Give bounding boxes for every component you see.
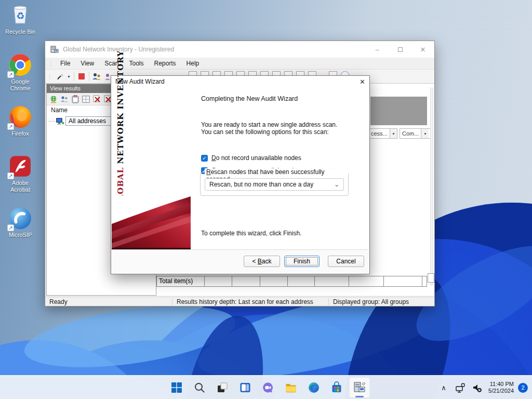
new-scan-wizard-button[interactable] — [54, 71, 65, 82]
menubar-grip: ⋮ — [45, 61, 55, 66]
wizard-wand-icon — [56, 72, 64, 81]
computer-node-icon — [55, 117, 64, 125]
desktop-icon-adobe-acrobat[interactable]: ↗ Adobe Acrobat — [2, 154, 38, 193]
shortcut-arrow-icon: ↗ — [7, 123, 14, 130]
rescan-mode-select[interactable]: Rescan, but no more than once a day ⌄ — [205, 178, 344, 191]
rescan-mode-value: Rescan, but no more than once a day — [209, 181, 313, 188]
shortcut-arrow-icon: ↗ — [7, 172, 14, 179]
total-cell — [288, 276, 315, 286]
menu-view[interactable]: View — [75, 59, 99, 68]
caret-down-icon: ▼ — [67, 75, 71, 78]
shortcut-arrow-icon: ↗ — [7, 224, 14, 231]
desktop-icon-label: Firefox — [2, 130, 38, 137]
status-group: Displayed group: All groups — [329, 298, 434, 305]
wizard-close-button[interactable]: ✕ — [360, 78, 365, 86]
total-cell — [422, 276, 427, 286]
back-button[interactable]: < Back — [244, 256, 280, 267]
scan-options-dropdown[interactable]: ▼ — [65, 71, 72, 82]
results-preview-box — [370, 97, 427, 125]
caret-down-icon[interactable]: ▼ — [390, 129, 397, 138]
total-items-cell: Total item(s) — [157, 276, 205, 286]
network-scan-button[interactable] — [48, 94, 59, 104]
tree-connector — [49, 121, 55, 122]
recycle-bin-icon: ♻ — [8, 3, 32, 27]
brand-vertical-text: GLOBAL NETWORK INVENTORY — [116, 92, 125, 207]
total-cell — [205, 276, 233, 286]
clipboard-icon — [72, 95, 79, 103]
users-pair-icon — [60, 96, 69, 103]
gni-app-icon — [353, 381, 366, 394]
file-explorer-button[interactable] — [281, 377, 301, 398]
stop-scan-button[interactable] — [76, 71, 87, 82]
scan-users-button[interactable] — [91, 71, 102, 82]
com-column-filter[interactable]: Com... ▼ — [400, 128, 432, 139]
wizard-titlebar[interactable]: New Audit Wizard ✕ — [111, 76, 369, 87]
wizard-note: To complete this wizard, click Finish. — [201, 230, 301, 237]
clock[interactable]: 11:40 PM 5/21/2024 — [488, 381, 514, 394]
checkbox-checked-icon[interactable]: ✓ — [201, 155, 208, 162]
total-cell — [349, 276, 384, 286]
desktop-icon-label: Adobe Acrobat — [2, 180, 38, 193]
process-column-filter[interactable]: cess... ▼ — [368, 128, 397, 139]
desktop-icon-label: Google Chrome — [2, 78, 38, 92]
scrollbar-thumb[interactable] — [428, 273, 434, 283]
close-button[interactable]: ✕ — [411, 41, 434, 58]
volume-muted-icon[interactable] — [470, 381, 484, 394]
menu-reports[interactable]: Reports — [149, 59, 181, 68]
desktop-icon-label: MicroSIP — [2, 232, 38, 238]
users-icon — [92, 72, 101, 81]
desktop-icon-chrome[interactable]: ↗ Google Chrome — [2, 53, 38, 92]
tray-chevron-up[interactable]: ∧ — [437, 381, 450, 394]
cancel-button[interactable]: Cancel — [328, 256, 364, 267]
start-button[interactable] — [166, 377, 187, 398]
total-cell — [384, 276, 422, 286]
desktop-icon-recycle-bin[interactable]: ♻ Recycle Bin — [2, 3, 38, 35]
brand-swoosh-image — [112, 195, 191, 250]
menubar: ⋮ File View Scan Tools Reports Help — [45, 58, 434, 69]
widgets-icon — [239, 381, 251, 394]
wizard-heading: Completing the New Audit Wizard — [201, 95, 298, 102]
system-tray: ∧ 11:40 PM 5/21/2024 2 — [435, 376, 528, 399]
gni-titlebar[interactable]: Global Network Inventory - Unregistered … — [45, 41, 434, 58]
windows-start-icon — [170, 381, 183, 394]
network-tray-icon[interactable] — [454, 381, 467, 394]
group-view-button[interactable] — [59, 94, 70, 104]
desktop: ♻ Recycle Bin ↗ Google Chrome — [0, 0, 532, 399]
maximize-icon — [398, 47, 403, 52]
maximize-button[interactable] — [389, 41, 411, 58]
menu-file[interactable]: File — [55, 59, 75, 68]
widgets-button[interactable] — [235, 377, 256, 398]
delete-result-button[interactable] — [91, 94, 102, 104]
file-explorer-icon — [285, 381, 297, 394]
microsoft-store-icon — [330, 381, 343, 394]
clock-date: 5/21/2024 — [488, 388, 514, 394]
total-cell — [232, 276, 260, 286]
edge-button[interactable] — [303, 377, 324, 398]
desktop-icon-firefox[interactable]: ↗ Firefox — [2, 105, 38, 137]
gni-taskbar-button[interactable] — [349, 377, 370, 398]
chat-button[interactable] — [258, 377, 278, 398]
network-globe-icon — [49, 95, 58, 103]
status-ready: Ready — [45, 298, 172, 305]
microsoft-store-button[interactable] — [326, 377, 347, 398]
table-view-button[interactable] — [81, 94, 91, 104]
search-button[interactable] — [189, 377, 210, 398]
menu-tools[interactable]: Tools — [124, 59, 149, 68]
minimize-button[interactable]: – — [366, 41, 389, 58]
desktop-icon-microsip[interactable]: ↗ MicroSIP — [2, 206, 38, 238]
delete-x-icon — [93, 95, 101, 103]
checkbox-do-not-record[interactable]: ✓ Do not record unavailable nodes — [201, 154, 301, 162]
notification-badge[interactable]: 2 — [518, 383, 528, 393]
wizard-button-bar: < Back Finish Cancel — [112, 249, 369, 273]
menu-help[interactable]: Help — [181, 59, 205, 68]
caret-down-icon[interactable]: ▼ — [421, 129, 429, 138]
gni-app-icon — [50, 45, 59, 54]
column-filters: cess... ▼ Com... ▼ — [368, 128, 434, 139]
vertical-scrollbar[interactable] — [430, 88, 433, 285]
task-view-button[interactable] — [212, 377, 233, 398]
finish-button[interactable]: Finish — [284, 256, 320, 267]
tree-item-label[interactable]: All addresses — [65, 116, 115, 126]
copy-results-button[interactable] — [70, 94, 81, 104]
wizard-content: Completing the New Audit Wizard You are … — [191, 88, 369, 250]
taskbar: ∧ 11:40 PM 5/21/2024 2 — [0, 375, 532, 399]
